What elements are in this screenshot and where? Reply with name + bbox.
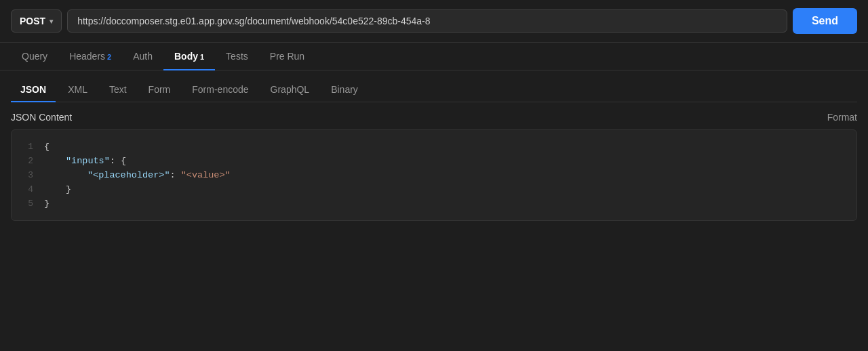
tab-query-label: Query — [22, 51, 47, 62]
code-token: "inputs" — [66, 156, 110, 166]
subtab-text[interactable]: Text — [100, 79, 136, 102]
subtab-formencode-label: Form-encode — [192, 84, 248, 95]
main-tab-bar: Query Headers2 Auth Body1 Tests Pre Run — [0, 43, 868, 70]
body-badge: 1 — [200, 53, 204, 61]
code-line-4: 4 } — [12, 182, 856, 197]
method-dropdown[interactable]: POST ▾ — [11, 9, 62, 33]
code-token: : — [110, 156, 121, 166]
code-line-2: 2 "inputs": { — [12, 154, 856, 168]
code-token: { — [121, 156, 126, 166]
line-number-3: 3 — [12, 170, 44, 180]
subtab-formencode[interactable]: Form-encode — [182, 79, 258, 102]
line-number-5: 5 — [12, 199, 44, 209]
subtab-binary-label: Binary — [331, 84, 358, 95]
tab-headers[interactable]: Headers2 — [58, 43, 122, 70]
tab-query[interactable]: Query — [11, 43, 58, 70]
line-number-4: 4 — [12, 184, 44, 194]
code-token: } — [66, 184, 71, 194]
code-line-1: 1 { — [12, 140, 856, 154]
code-line-3: 3 "<placeholder>": "<value>" — [12, 168, 856, 182]
subtab-xml-label: XML — [68, 84, 87, 95]
url-input[interactable] — [67, 9, 787, 33]
tab-tests[interactable]: Tests — [215, 43, 259, 70]
code-token: { — [44, 142, 50, 152]
subtab-binary[interactable]: Binary — [321, 79, 368, 102]
code-token: "<placeholder>" — [87, 170, 170, 180]
content-header: JSON Content Format — [0, 102, 868, 129]
headers-badge: 2 — [107, 53, 111, 61]
subtab-xml[interactable]: XML — [58, 79, 97, 102]
code-editor[interactable]: 1 { 2 "inputs": { 3 "<placeholder>": "<v… — [11, 129, 857, 221]
line-number-2: 2 — [12, 156, 44, 166]
subtab-text-label: Text — [109, 84, 127, 95]
subtab-graphql[interactable]: GraphQL — [261, 79, 319, 102]
line-number-1: 1 — [12, 142, 44, 152]
subtab-json[interactable]: JSON — [11, 79, 56, 102]
tab-headers-label: Headers — [69, 51, 105, 62]
code-token: "<value>" — [181, 170, 231, 180]
chevron-down-icon: ▾ — [50, 18, 53, 25]
subtab-form-label: Form — [149, 84, 171, 95]
content-title: JSON Content — [11, 112, 72, 123]
tab-auth-label: Auth — [133, 51, 153, 62]
tab-body-label: Body — [174, 51, 198, 62]
tab-prerun-label: Pre Run — [270, 51, 304, 62]
tab-body[interactable]: Body1 — [163, 43, 215, 70]
send-button[interactable]: Send — [793, 8, 857, 34]
tab-tests-label: Tests — [226, 51, 248, 62]
url-bar: POST ▾ Send — [0, 0, 868, 43]
code-token: } — [44, 199, 50, 209]
tab-prerun[interactable]: Pre Run — [259, 43, 315, 70]
code-token: : — [170, 170, 181, 180]
tab-auth[interactable]: Auth — [122, 43, 163, 70]
subtab-form[interactable]: Form — [139, 79, 180, 102]
method-label: POST — [20, 16, 45, 26]
code-line-5: 5 } — [12, 197, 856, 211]
sub-tab-bar: JSON XML Text Form Form-encode GraphQL B… — [0, 70, 868, 102]
subtab-graphql-label: GraphQL — [271, 84, 310, 95]
subtab-json-label: JSON — [20, 84, 46, 95]
format-button[interactable]: Format — [827, 112, 857, 123]
